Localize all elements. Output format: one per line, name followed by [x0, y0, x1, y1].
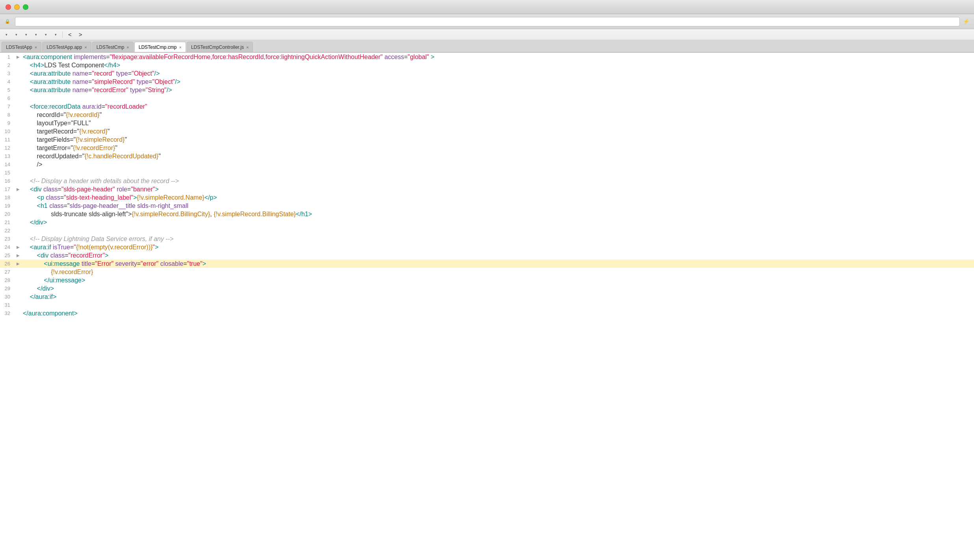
line-number: 18 [0, 193, 17, 202]
tab-close-button[interactable]: × [126, 45, 129, 50]
nav-back[interactable]: < [65, 30, 75, 39]
fold-icon [17, 268, 23, 270]
chevron-down-icon: ▾ [35, 33, 37, 37]
chevron-down-icon: ▾ [45, 33, 47, 37]
table-row: 29 </div> [0, 284, 974, 293]
table-row: 31 [0, 301, 974, 309]
table-row: 15 [0, 169, 974, 177]
menu-file[interactable]: ▾ [2, 32, 11, 38]
line-number: 19 [0, 202, 17, 210]
minimize-button[interactable] [14, 4, 20, 10]
table-row: 23 <!-- Display Lightning Data Service e… [0, 235, 974, 243]
menu-edit[interactable]: ▾ [11, 32, 20, 38]
fold-icon [17, 135, 23, 137]
fold-icon [17, 210, 23, 212]
fold-icon [17, 169, 23, 171]
menu-workspace[interactable]: ▾ [41, 32, 50, 38]
tab-LDSTestCmp_cmp[interactable]: LDSTestCmp.cmp× [134, 42, 186, 52]
menu-debug[interactable]: ▾ [21, 32, 30, 38]
code-text: recordUpdated="{!c.handleRecordUpdated}" [23, 152, 974, 160]
table-row: 19 <h1 class="slds-page-header__title sl… [0, 202, 974, 210]
code-text: <aura:attribute name="recordError" type=… [23, 86, 974, 94]
tab-close-button[interactable]: × [84, 45, 87, 50]
fold-icon [17, 226, 23, 228]
fold-icon [17, 78, 23, 80]
secure-indicator: 🔒 [5, 19, 12, 24]
close-button[interactable] [6, 4, 11, 10]
table-row: 10 targetRecord="{!v.record}" [0, 127, 974, 135]
tab-label: LDSTestCmp [97, 45, 125, 50]
chevron-down-icon: ▾ [15, 33, 17, 37]
fold-icon[interactable]: ▶ [17, 251, 23, 258]
tab-LDSTestApp[interactable]: LDSTestApp× [2, 42, 41, 52]
menu-separator [62, 32, 63, 38]
fold-icon [17, 69, 23, 71]
code-text: </aura:component> [23, 309, 974, 317]
fold-icon[interactable]: ▶ [17, 243, 23, 249]
line-number: 11 [0, 135, 17, 144]
line-number: 13 [0, 152, 17, 160]
code-text: <div class="slds-page-header" role="bann… [23, 185, 974, 193]
code-text: </div> [23, 218, 974, 226]
tab-label: LDSTestApp [6, 45, 32, 50]
fold-icon [17, 235, 23, 237]
fold-icon [17, 177, 23, 179]
fold-icon [17, 86, 23, 88]
fold-icon [17, 127, 23, 129]
fold-icon[interactable]: ▶ [17, 260, 23, 266]
nav-forward[interactable]: > [76, 30, 86, 39]
tab-close-button[interactable]: × [179, 45, 181, 50]
table-row: 20 slds-truncate slds-align-left">{!v.si… [0, 210, 974, 218]
tab-LDSTestCmp[interactable]: LDSTestCmp× [92, 42, 134, 52]
line-number: 20 [0, 210, 17, 218]
line-number: 24 [0, 243, 17, 251]
fold-icon [17, 193, 23, 195]
fold-icon [17, 218, 23, 220]
line-number: 1 [0, 53, 17, 61]
code-text: targetRecord="{!v.record}" [23, 127, 974, 135]
fold-icon[interactable]: ▶ [17, 185, 23, 191]
table-row: 16 <!-- Display a header with details ab… [0, 177, 974, 185]
fold-icon [17, 202, 23, 204]
lock-icon: 🔒 [5, 19, 10, 24]
tab-LDSTestCmpController_js[interactable]: LDSTestCmpController.js× [187, 42, 253, 52]
line-number: 17 [0, 185, 17, 193]
tab-label: LDSTestCmpController.js [191, 45, 244, 50]
menu-test[interactable]: ▾ [31, 32, 40, 38]
line-number: 32 [0, 309, 17, 317]
extension-icon: ⚡ [963, 19, 969, 24]
code-text: </aura:if> [23, 293, 974, 301]
chevron-down-icon: ▾ [6, 33, 7, 37]
chevron-down-icon: ▾ [55, 33, 57, 37]
table-row: 3 <aura:attribute name="record" type="Ob… [0, 69, 974, 78]
code-text: <h1 class="slds-page-header__title slds-… [23, 202, 974, 210]
line-number: 6 [0, 94, 17, 102]
maximize-button[interactable] [23, 4, 28, 10]
code-text: <aura:if isTrue="{!not(empty(v.recordErr… [23, 243, 974, 251]
line-number: 16 [0, 177, 17, 185]
tab-close-button[interactable]: × [35, 45, 37, 50]
table-row: 12 targetError="{!v.recordError}" [0, 144, 974, 152]
line-number: 8 [0, 111, 17, 119]
line-number: 12 [0, 144, 17, 152]
window-controls[interactable] [6, 4, 28, 10]
fold-icon[interactable]: ▶ [17, 53, 23, 59]
table-row: 25▶ <div class="recordError"> [0, 251, 974, 260]
table-row: 1▶<aura:component implements="flexipage:… [0, 53, 974, 61]
code-text: <!-- Display a header with details about… [23, 177, 974, 185]
code-text: {!v.recordError} [23, 268, 974, 276]
line-number: 26 [0, 260, 17, 268]
fold-icon [17, 94, 23, 96]
code-text: <h4>LDS Test Component</h4> [23, 61, 974, 69]
line-number: 25 [0, 251, 17, 260]
line-number: 15 [0, 169, 17, 177]
code-text: <!-- Display Lightning Data Service erro… [23, 235, 974, 243]
table-row: 28 </ui:message> [0, 276, 974, 284]
tab-LDSTestApp_app[interactable]: LDSTestApp.app× [42, 42, 91, 52]
menu-help[interactable]: ▾ [51, 32, 60, 38]
url-input[interactable] [15, 17, 960, 26]
code-text: </ui:message> [23, 276, 974, 284]
table-row: 7 <force:recordData aura:id="recordLoade… [0, 102, 974, 111]
tab-close-button[interactable]: × [246, 45, 249, 50]
line-number: 14 [0, 160, 17, 169]
